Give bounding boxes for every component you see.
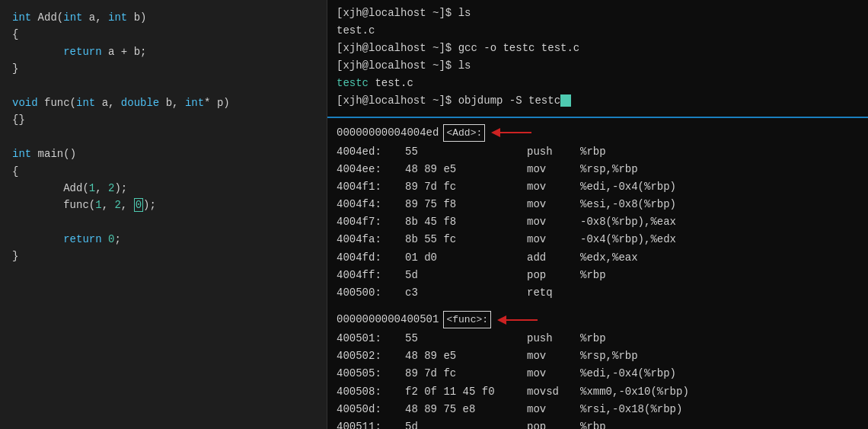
add-row-2: 4004ee: 48 89 e5 mov %rsp,%rbp	[337, 161, 859, 178]
code-line-5	[12, 78, 314, 94]
add-row-5: 4004f7: 8b 45 f8 mov -0x8(%rbp),%eax	[337, 213, 859, 231]
add-addr-full: 00000000004004ed	[337, 124, 439, 142]
func-row-5: 40050d: 48 89 75 e8 mov %rsi,-0x18(%rbp)	[337, 401, 859, 418]
terminal-line-4: [xjh@localhost ~]$ ls	[337, 57, 859, 75]
code-line-12: func(1, 2, 0);	[12, 197, 314, 213]
code-line-3: return a + b;	[12, 43, 314, 60]
add-row-7: 4004fd: 01 d0 add %edx,%eax	[337, 249, 859, 267]
code-line-15: }	[12, 248, 314, 264]
func-arrow-icon	[496, 312, 541, 328]
add-arrow-icon	[490, 124, 535, 141]
terminal-line-2: test.c	[337, 22, 859, 40]
add-label: <Add>:	[443, 124, 485, 142]
add-row-9: 400500: c3 retq	[337, 284, 859, 302]
add-section: 00000000004004ed <Add>: 4004ed: 55 push …	[337, 124, 859, 302]
code-line-10: {	[12, 163, 314, 180]
disasm-panel: 00000000004004ed <Add>: 4004ed: 55 push …	[327, 118, 868, 429]
terminal-line-6: [xjh@localhost ~]$ objdump -S testc	[337, 92, 859, 110]
code-line-11: Add(1, 2);	[12, 180, 314, 197]
func-section: 0000000000400501 <func>: 400501: 55 push…	[337, 311, 859, 429]
func-row-6: 400511: 5d pop %rbp	[337, 418, 859, 429]
func-label: <func>:	[443, 311, 491, 328]
add-row-6: 4004fa: 8b 55 fc mov -0x4(%rbp),%edx	[337, 231, 859, 248]
terminal-line-3: [xjh@localhost ~]$ gcc -o testc test.c	[337, 40, 859, 57]
terminal-line-5: testc test.c	[337, 75, 859, 92]
code-line-2: {	[12, 26, 314, 43]
add-row-3: 4004f1: 89 7d fc mov %edi,-0x4(%rbp)	[337, 178, 859, 196]
func-addr-full: 0000000000400501	[337, 311, 439, 328]
add-row-4: 4004f4: 89 75 f8 mov %esi,-0x8(%rbp)	[337, 196, 859, 213]
func-row-1: 400501: 55 push %rbp	[337, 330, 859, 347]
func-row-3: 400505: 89 7d fc mov %edi,-0x4(%rbp)	[337, 365, 859, 383]
terminal-line-1: [xjh@localhost ~]$ ls	[337, 5, 859, 22]
code-line-7: {}	[12, 111, 314, 128]
func-row-2: 400502: 48 89 e5 mov %rsp,%rbp	[337, 347, 859, 365]
add-row-8: 4004ff: 5d pop %rbp	[337, 267, 859, 284]
add-row-1: 4004ed: 55 push %rbp	[337, 143, 859, 161]
code-line-8	[12, 129, 314, 146]
code-line-1: int Add(int a, int b)	[12, 9, 314, 26]
code-line-13	[12, 214, 314, 231]
code-line-4: }	[12, 60, 314, 77]
code-line-14: return 0;	[12, 231, 314, 248]
terminal-panel: [xjh@localhost ~]$ ls test.c [xjh@localh…	[327, 0, 868, 118]
code-editor: int Add(int a, int b) { return a + b; } …	[0, 0, 327, 429]
func-section-header: 0000000000400501 <func>:	[337, 311, 859, 328]
terminal-cursor	[560, 94, 571, 107]
func-row-4: 400508: f2 0f 11 45 f0 movsd %xmm0,-0x10…	[337, 383, 859, 401]
code-line-6: void func(int a, double b, int* p)	[12, 94, 314, 111]
add-section-header: 00000000004004ed <Add>:	[337, 124, 859, 142]
code-line-9: int main()	[12, 146, 314, 162]
right-panel: [xjh@localhost ~]$ ls test.c [xjh@localh…	[327, 0, 868, 429]
